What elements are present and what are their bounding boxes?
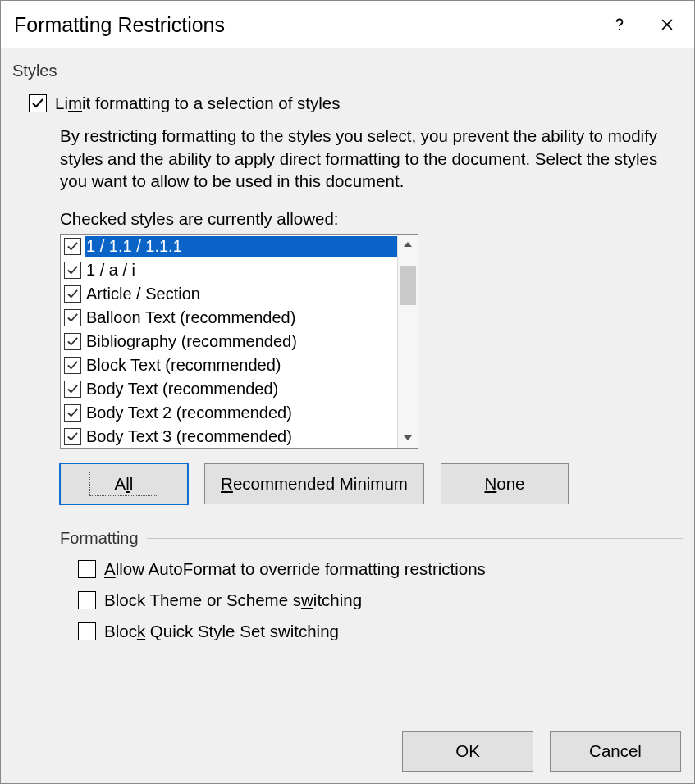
none-button[interactable]: None — [441, 463, 569, 504]
allow-autoformat-checkbox[interactable] — [78, 560, 96, 578]
block-quickstyle-checkbox[interactable] — [78, 622, 96, 640]
allow-autoformat-label: Allow AutoFormat to override formatting … — [104, 559, 486, 579]
titlebar: Formatting Restrictions — [1, 1, 694, 48]
limit-formatting-row[interactable]: Limit formatting to a selection of style… — [29, 93, 683, 113]
style-list-item[interactable]: Body Text (recommended) — [61, 377, 397, 401]
style-item-checkbox[interactable] — [64, 309, 81, 326]
style-list-item[interactable]: Body Text 2 (recommended) — [61, 401, 397, 425]
scroll-down-arrow[interactable] — [398, 428, 418, 448]
style-list-item[interactable]: 1 / a / i — [61, 258, 397, 282]
style-item-label: Balloon Text (recommended) — [85, 308, 397, 328]
style-item-checkbox[interactable] — [64, 357, 81, 374]
style-list-item[interactable]: 1 / 1.1 / 1.1.1 — [61, 235, 397, 258]
style-item-label: Block Text (recommended) — [85, 355, 397, 376]
style-item-label: Body Text 3 (recommended) — [85, 426, 397, 447]
scroll-thumb[interactable] — [400, 266, 416, 305]
help-button[interactable] — [596, 1, 643, 48]
block-theme-checkbox[interactable] — [78, 591, 96, 609]
style-item-checkbox[interactable] — [64, 428, 81, 445]
block-theme-row[interactable]: Block Theme or Scheme switching — [78, 590, 683, 610]
style-item-checkbox[interactable] — [64, 404, 81, 422]
close-button[interactable] — [643, 1, 691, 48]
divider — [147, 538, 683, 539]
cancel-button[interactable]: Cancel — [550, 731, 681, 772]
style-list-item[interactable]: Balloon Text (recommended) — [61, 306, 397, 330]
block-quickstyle-label: Block Quick Style Set switching — [104, 622, 339, 641]
style-item-label: 1 / 1.1 / 1.1.1 — [85, 236, 397, 257]
limit-formatting-checkbox[interactable] — [29, 94, 47, 112]
dialog-body: Styles Limit formatting to a selection o… — [1, 48, 694, 783]
styles-listbox[interactable]: 1 / 1.1 / 1.1.11 / a / iArticle / Sectio… — [60, 234, 418, 449]
formatting-group-header: Formatting — [60, 529, 683, 548]
styles-button-row: All Recommended Minimum None — [60, 463, 683, 504]
style-item-label: Bibliography (recommended) — [85, 331, 397, 352]
style-item-label: Body Text (recommended) — [85, 379, 397, 399]
scrollbar[interactable] — [397, 235, 418, 448]
style-list-item[interactable]: Body Text 3 (recommended) — [61, 425, 397, 448]
all-button[interactable]: All — [60, 463, 188, 504]
block-theme-label: Block Theme or Scheme switching — [104, 590, 362, 610]
scroll-up-arrow[interactable] — [398, 235, 418, 254]
style-item-label: 1 / a / i — [85, 260, 397, 280]
style-item-label: Body Text 2 (recommended) — [85, 403, 397, 423]
svg-point-0 — [619, 29, 620, 30]
list-label: Checked styles are currently allowed: — [60, 209, 683, 229]
style-list-item[interactable]: Block Text (recommended) — [61, 353, 397, 377]
formatting-restrictions-dialog: Formatting Restrictions Styles Limit for… — [0, 0, 695, 784]
formatting-section: Formatting Allow AutoFormat to override … — [12, 529, 683, 641]
block-quickstyle-row[interactable]: Block Quick Style Set switching — [78, 622, 683, 641]
style-item-checkbox[interactable] — [64, 262, 81, 279]
style-item-checkbox[interactable] — [64, 238, 81, 255]
description-text: By restricting formatting to the styles … — [60, 125, 683, 193]
style-item-checkbox[interactable] — [64, 285, 81, 303]
styles-group-label: Styles — [12, 62, 57, 80]
styles-list-inner: 1 / 1.1 / 1.1.11 / a / iArticle / Sectio… — [61, 235, 397, 448]
dialog-footer: OK Cancel — [402, 731, 681, 772]
formatting-group-label: Formatting — [60, 529, 139, 548]
style-item-checkbox[interactable] — [64, 381, 81, 398]
style-item-label: Article / Section — [85, 284, 397, 304]
allow-autoformat-row[interactable]: Allow AutoFormat to override formatting … — [78, 559, 683, 579]
styles-group-header: Styles — [12, 62, 683, 80]
dialog-title: Formatting Restrictions — [14, 13, 596, 37]
divider — [65, 71, 683, 71]
style-list-item[interactable]: Article / Section — [61, 282, 397, 306]
style-item-checkbox[interactable] — [64, 333, 81, 350]
limit-formatting-label: Limit formatting to a selection of style… — [55, 93, 341, 113]
ok-button[interactable]: OK — [402, 731, 533, 772]
recommended-minimum-button[interactable]: Recommended Minimum — [204, 463, 424, 504]
style-list-item[interactable]: Bibliography (recommended) — [61, 330, 397, 353]
